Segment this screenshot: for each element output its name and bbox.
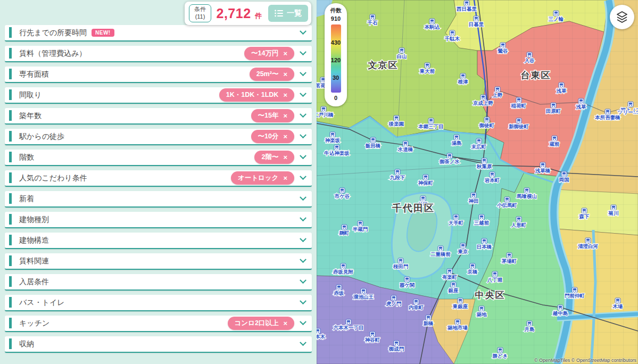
station-label: 東京 [458, 249, 469, 254]
badge-close-icon[interactable]: × [283, 112, 287, 120]
selected-condition-badge[interactable]: 〜15年× [251, 109, 295, 122]
chevron-down-icon[interactable] [300, 131, 306, 138]
filter-label: バス・トイレ [19, 298, 65, 308]
station-label: 秋葉原 [476, 163, 492, 169]
filter-row-2[interactable]: 賃料（管理費込み）〜14万円× [5, 46, 312, 62]
accent-bar [9, 152, 12, 162]
station-label: 東大前 [419, 68, 435, 74]
list-view-button[interactable]: 一覧 [268, 5, 308, 22]
station-label: 神楽坂 [325, 137, 341, 143]
filter-row-4[interactable]: 間取り1K・1DK・1LDK× [5, 87, 312, 104]
station-label: 千石 [367, 20, 378, 26]
chevron-down-icon[interactable] [300, 214, 306, 221]
ward-label: 台東区 [521, 70, 551, 80]
chevron-down-icon[interactable] [300, 90, 306, 97]
filter-row-15[interactable]: キッチンコンロ2口以上× [5, 316, 312, 332]
station-label: 六本木 [317, 334, 326, 340]
filter-label: 建物構造 [19, 236, 49, 245]
filter-label: 入居条件 [19, 277, 49, 287]
accent-bar [9, 214, 12, 225]
chevron-down-icon[interactable] [300, 277, 306, 284]
station-label: 浅草橋 [535, 168, 551, 173]
legend-tick: 30 [331, 75, 341, 81]
selected-condition-badge[interactable]: コンロ2口以上× [228, 317, 294, 330]
legend-min: 0 [327, 94, 345, 103]
station-label: 上野 [492, 92, 503, 98]
station-label: 東銀座 [452, 303, 468, 309]
station-label: 神谷町 [364, 337, 380, 343]
station-label: 飯田橋 [365, 143, 381, 148]
filter-row-9[interactable]: 新着 [5, 191, 312, 208]
badge-close-icon[interactable]: × [283, 319, 287, 327]
chevron-down-icon[interactable] [300, 48, 306, 55]
station-label: 小伝馬町 [496, 202, 518, 208]
selected-condition-badge[interactable]: 1K・1DK・1LDK× [219, 88, 294, 102]
station-label: 六本木一丁目 [333, 325, 364, 330]
chevron-down-icon[interactable] [300, 194, 306, 201]
layers-button[interactable] [610, 5, 634, 29]
station-label: 神田 [468, 198, 479, 204]
station-label: 有楽町 [442, 274, 458, 280]
filter-row-12[interactable]: 賃料関連 [5, 253, 312, 270]
filter-row-3[interactable]: 専有面積25m²〜× [5, 67, 312, 83]
station-label: 麹町 [339, 230, 350, 236]
filter-row-16[interactable]: 収納 [5, 336, 312, 353]
badge-close-icon[interactable]: × [283, 153, 287, 161]
station-label: 本郷三丁目 [418, 123, 444, 129]
chevron-down-icon[interactable] [300, 235, 306, 242]
chevron-down-icon[interactable] [300, 297, 306, 304]
conditions-label: 条件 [194, 6, 206, 13]
station-label: 木場 [612, 303, 624, 309]
legend-max: 910 [327, 14, 345, 23]
badge-close-icon[interactable]: × [283, 49, 287, 57]
chevron-down-icon[interactable] [300, 256, 306, 263]
conditions-button[interactable]: 条件 (11) [189, 4, 211, 22]
badge-close-icon[interactable]: × [283, 133, 287, 140]
selected-condition-badge[interactable]: 〜14万円× [244, 47, 294, 60]
station-label: 浅草 [556, 88, 567, 94]
selected-condition-badge[interactable]: オートロック× [231, 171, 294, 185]
filter-row-8[interactable]: 人気のこだわり条件オートロック× [5, 170, 312, 187]
filter-label: 築年数 [19, 111, 42, 121]
station-label: 菊川 [608, 210, 619, 216]
chevron-down-icon[interactable] [300, 339, 306, 346]
station-label: 赤坂 [334, 290, 345, 296]
filter-row-10[interactable]: 建物種別 [5, 212, 312, 228]
badge-text: 1K・1DK・1LDK [226, 90, 279, 100]
filter-row-6[interactable]: 駅からの徒歩〜10分× [5, 129, 312, 145]
list-button-label: 一覧 [287, 9, 302, 18]
badge-close-icon[interactable]: × [283, 91, 287, 99]
station-label: 千駄木 [444, 36, 460, 42]
accent-bar [9, 48, 12, 59]
selected-condition-badge[interactable]: 25m²〜× [250, 68, 294, 81]
app-window: 行先までの所要時間NEW!賃料（管理費込み）〜14万円×専有面積25m²〜×間取… [0, 0, 638, 364]
filter-row-13[interactable]: 入居条件 [5, 274, 312, 291]
chevron-down-icon[interactable] [300, 318, 306, 325]
filter-label: キッチン [19, 319, 49, 328]
filter-row-5[interactable]: 築年数〜15年× [5, 108, 312, 125]
filter-row-11[interactable]: 建物構造 [5, 233, 312, 249]
accent-bar [9, 89, 12, 100]
chevron-down-icon[interactable] [300, 152, 306, 159]
accent-bar [9, 69, 12, 79]
chevron-down-icon[interactable] [300, 173, 306, 180]
badge-close-icon[interactable]: × [283, 70, 287, 78]
filter-row-1[interactable]: 行先までの所要時間NEW! [5, 25, 312, 42]
map-canvas[interactable]: 千石本駒込千駄木西日暮里日暮里白山東大前根津茗荷谷江戸川橋後楽園本郷三丁目湯島飯… [317, 0, 638, 364]
chevron-down-icon[interactable] [300, 28, 306, 35]
station-label: 京成上野 [473, 100, 494, 106]
accent-bar [9, 255, 12, 266]
station-label: 御茶ノ水 [439, 159, 460, 164]
results-count-unit: 件 [255, 12, 262, 20]
chevron-down-icon[interactable] [300, 111, 306, 118]
chevron-down-icon[interactable] [300, 69, 306, 76]
selected-condition-badge[interactable]: 2階〜× [254, 151, 294, 164]
filter-row-14[interactable]: バス・トイレ [5, 295, 312, 311]
selected-condition-badge[interactable]: 〜10分× [251, 130, 295, 143]
badge-close-icon[interactable]: × [283, 174, 287, 182]
badge-text: オートロック [238, 173, 278, 183]
filter-label: 専有面積 [19, 70, 49, 79]
filter-row-7[interactable]: 階数2階〜× [5, 150, 312, 166]
station-label: 清澄白河 [577, 243, 599, 249]
map-attribution[interactable]: © OpenMapTiles © OpenStreetMap contribut… [534, 358, 636, 363]
